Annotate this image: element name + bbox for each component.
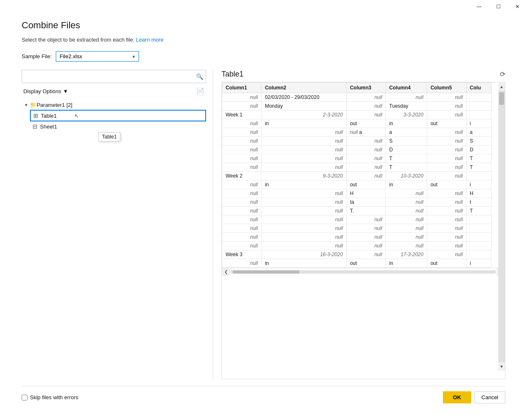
cell: null: [261, 146, 346, 154]
display-options-button[interactable]: Display Options ▼: [22, 87, 70, 95]
cell: i: [466, 180, 491, 189]
cell: 16-3-2020: [261, 250, 346, 259]
tree-parent-label: Parameter1 [2]: [37, 102, 72, 108]
cell: null: [427, 93, 466, 102]
table-row: null in out in out i: [222, 119, 492, 128]
scroll-thumb-x[interactable]: [233, 270, 299, 274]
cell: Tuesday: [386, 102, 427, 111]
cell: t: [466, 198, 491, 207]
footer-buttons: OK Cancel: [443, 391, 505, 403]
horizontal-scrollbar[interactable]: ❮ ❯: [222, 268, 505, 275]
cell: T: [466, 207, 491, 215]
cell: Week 3: [222, 250, 261, 259]
cell: null a: [346, 128, 385, 137]
tooltip-table1: Table1: [98, 132, 120, 141]
cell: [466, 102, 491, 111]
vertical-scrollbar[interactable]: ▲ ▼: [498, 82, 505, 371]
cell: [466, 93, 491, 102]
table-row: null null null T null T: [222, 163, 492, 172]
expand-icon: ▼: [24, 103, 28, 107]
col-header-2: Column2: [261, 83, 346, 93]
cell: null: [261, 198, 346, 207]
cell: null: [346, 137, 385, 146]
cell: null: [261, 128, 346, 137]
cell: out: [427, 180, 466, 189]
cell: T: [386, 163, 427, 172]
dialog-subtitle: Select the object to be extracted from e…: [22, 37, 505, 43]
scroll-down-button[interactable]: ▼: [498, 362, 505, 371]
cell: null: [427, 146, 466, 154]
cell: null: [427, 198, 466, 207]
cell: T: [466, 154, 491, 163]
table-row: null in out in out i: [222, 259, 492, 268]
ok-button[interactable]: OK: [443, 391, 471, 403]
cell: null: [222, 128, 261, 137]
table-row: null Monday null Tuesday null: [222, 102, 492, 111]
cell: null: [222, 233, 261, 242]
cell: null: [386, 215, 427, 224]
preview-icon-button[interactable]: ⟳: [500, 70, 505, 78]
cell: H: [466, 189, 491, 198]
cell: H: [346, 189, 385, 198]
cell: null: [427, 250, 466, 259]
cell: Week 1: [222, 111, 261, 119]
cell: null: [427, 154, 466, 163]
file-icon: 📄: [196, 88, 204, 95]
table-row: null null ta null null t: [222, 198, 492, 207]
cell: out: [346, 180, 385, 189]
cell: null: [386, 207, 427, 215]
sample-file-select[interactable]: File2.xlsx File1.xlsx: [56, 51, 139, 62]
cell: out: [427, 259, 466, 268]
preview-title: Table1: [221, 70, 244, 79]
search-row: 🔍: [22, 70, 206, 83]
table-row: null null H null null H: [222, 189, 492, 198]
cell: [466, 242, 491, 250]
tree-parent-parameter1[interactable]: ▼ 📁 Parameter1 [2]: [22, 100, 206, 110]
scroll-thumb-y[interactable]: [499, 92, 504, 105]
cell: null: [346, 224, 385, 233]
cell: in: [386, 119, 427, 128]
col-header-4: Column4: [386, 83, 427, 93]
cell: 17-3-2020: [386, 250, 427, 259]
cell: T: [386, 154, 427, 163]
scroll-up-button[interactable]: ▲: [498, 82, 505, 91]
table-icon: ⊞: [33, 112, 38, 119]
table-row: Week 3 16-3-2020 null 17-3-2020 null: [222, 250, 492, 259]
cancel-button[interactable]: Cancel: [475, 391, 505, 403]
cell: null: [261, 163, 346, 172]
cell: null: [261, 189, 346, 198]
cell: null: [427, 224, 466, 233]
display-options-arrow-icon: ▼: [63, 88, 68, 94]
dialog-title: Combine Files: [22, 20, 505, 31]
col-header-3: Column3: [346, 83, 385, 93]
scroll-left-button[interactable]: ❮: [222, 268, 230, 276]
scroll-track-y[interactable]: [498, 91, 505, 362]
scroll-track-x[interactable]: [231, 270, 496, 274]
skip-files-checkbox[interactable]: [22, 395, 27, 400]
cell: out: [427, 119, 466, 128]
cell: null: [222, 119, 261, 128]
tree-item-table1[interactable]: ⊞ Table1 ↖ Table1: [30, 110, 206, 121]
cell: null: [222, 224, 261, 233]
cell: null: [222, 215, 261, 224]
cell: D: [386, 146, 427, 154]
table-row: Week 1 2-3-2020 null 3-3-2020 null: [222, 111, 492, 119]
cell: null: [346, 146, 385, 154]
cell: null: [346, 154, 385, 163]
search-input[interactable]: [22, 72, 193, 82]
cell: 2-3-2020: [261, 111, 346, 119]
sample-file-label: Sample File:: [22, 53, 52, 59]
table-row: null 02/03/2020 - 29/03/2020 null null n…: [222, 93, 492, 102]
learn-more-link[interactable]: Learn more: [136, 37, 164, 43]
cell: in: [261, 119, 346, 128]
cell: null: [427, 242, 466, 250]
cell: null: [386, 233, 427, 242]
cell: null: [427, 215, 466, 224]
cell: null: [427, 172, 466, 180]
cell: null: [346, 215, 385, 224]
search-button[interactable]: 🔍: [193, 70, 206, 83]
tree-item-sheet1[interactable]: ⊟ Sheet1: [30, 121, 206, 131]
cell: in: [261, 259, 346, 268]
tree-item-table1-label: Table1: [41, 113, 57, 119]
file-icon-button[interactable]: 📄: [194, 86, 206, 96]
